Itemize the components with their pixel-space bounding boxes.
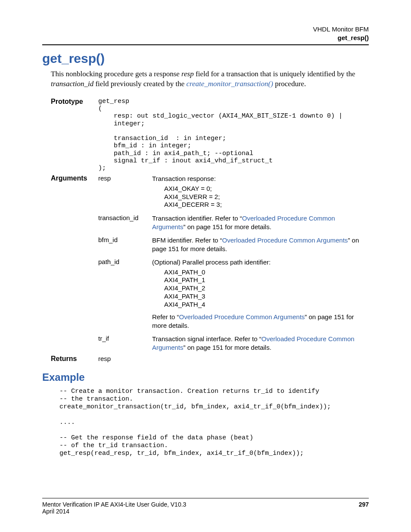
returns-label: Returns bbox=[51, 355, 98, 363]
running-header: VHDL Monitor BFM get_resp() bbox=[42, 25, 369, 42]
page-number: 297 bbox=[359, 501, 369, 508]
header-section: get_resp() bbox=[42, 34, 369, 42]
xref-link[interactable]: Overloaded Procedure Common Arguments bbox=[179, 313, 305, 320]
footer-rule bbox=[42, 498, 369, 498]
prototype-code: get_resp ( resp: out std_logic_vector (A… bbox=[98, 98, 342, 172]
example-code: -- Create a monitor transaction. Creatio… bbox=[59, 388, 369, 457]
arg-tr-if: tr_if Transaction signal interface. Refe… bbox=[98, 335, 369, 352]
footer-doc-title: Mentor Verification IP AE AXI4-Lite User… bbox=[42, 501, 186, 508]
xref-link[interactable]: Overloaded Procedure Common Arguments bbox=[222, 236, 348, 244]
arguments-label: Arguments bbox=[51, 174, 98, 352]
returns-value: resp bbox=[98, 355, 152, 363]
prototype-row: Prototype get_resp ( resp: out std_logic… bbox=[51, 98, 369, 172]
arg-path-id: path_id (Optional) Parallel process path… bbox=[98, 258, 369, 330]
header-chapter: VHDL Monitor BFM bbox=[42, 25, 369, 34]
footer-date: April 2014 bbox=[42, 508, 369, 515]
create-monitor-transaction-link[interactable]: create_monitor_transaction() bbox=[186, 80, 273, 88]
arg-bfm-id: bfm_id BFM identifier. Refer to “Overloa… bbox=[98, 236, 369, 253]
arg-transaction-id: transaction_id Transaction identifier. R… bbox=[98, 214, 369, 231]
returns-row: Returns resp bbox=[51, 355, 369, 363]
page-title: get_resp() bbox=[42, 51, 369, 66]
example-heading: Example bbox=[42, 371, 369, 383]
page-footer: Mentor Verification IP AE AXI4-Lite User… bbox=[42, 498, 369, 515]
intro-paragraph: This nonblocking procedure gets a respon… bbox=[51, 69, 369, 89]
arguments-row: Arguments resp Transaction response: AXI… bbox=[51, 174, 369, 352]
arg-resp: resp Transaction response: AXI4_OKAY = 0… bbox=[98, 174, 369, 209]
header-rule bbox=[42, 44, 369, 45]
prototype-label: Prototype bbox=[51, 98, 98, 172]
